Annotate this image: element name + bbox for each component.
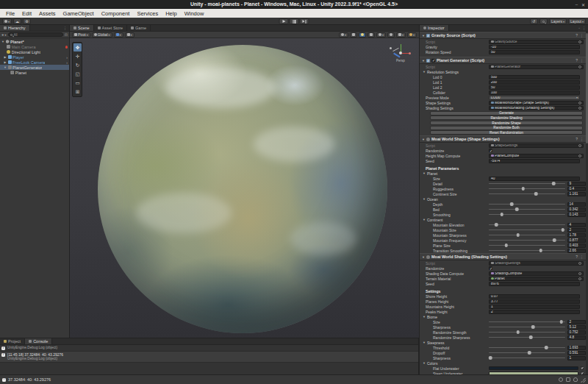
slider-value[interactable]: 0.342 (567, 207, 586, 212)
object-picker-icon[interactable] (578, 272, 581, 275)
planet-foldout[interactable]: ▼Planet (420, 171, 586, 176)
layout-dropdown[interactable]: Layout▾ (568, 18, 586, 24)
component-header-gravity-source[interactable]: ▼# Gravity Source (Script) ?⋮ (420, 32, 586, 39)
bed-slider[interactable] (489, 209, 565, 210)
play-button[interactable] (279, 18, 289, 24)
eyedropper-icon[interactable] (580, 366, 584, 370)
lod0-field[interactable]: 500 (489, 75, 580, 79)
size-field[interactable]: 40 (489, 177, 580, 181)
scene-viewport[interactable]: ✥ ✛ ↻ ◱ ▭ ⊞ Persp (70, 38, 419, 338)
slider-value[interactable]: 0.4 (567, 187, 586, 191)
object-picker-icon[interactable] (578, 277, 581, 280)
hierarchy-item-directional-light[interactable]: Directional Light (0, 49, 69, 54)
cache-server-icon[interactable] (566, 377, 570, 382)
seed-field[interactable]: 8976 (489, 282, 580, 286)
height-map-compute-field[interactable]: PlanetCompute (489, 154, 584, 158)
hierarchy-item-freelook-camera[interactable]: ▶FreeLook Camera› (0, 60, 69, 65)
randomize-sharpness-slider[interactable] (489, 337, 565, 338)
rotation-speed-field[interactable]: 50 (489, 50, 580, 54)
log-entry[interactable]: [11:45:18] 37.32484: 40: 43.29276 UnityE… (0, 352, 418, 363)
depth-slider[interactable] (489, 204, 565, 205)
help-icon[interactable]: ? (576, 137, 578, 141)
continent-size-slider[interactable] (489, 193, 565, 195)
peaks-height-field[interactable]: 2 (489, 310, 580, 314)
resize-grip[interactable] (581, 377, 586, 383)
steepness-sharpness-slider[interactable] (489, 358, 565, 359)
hierarchy-item-planetgenerator[interactable]: ▼PlanetGenerator (0, 65, 69, 70)
layers-dropdown[interactable]: Layers▾ (549, 18, 567, 24)
script-object-field[interactable]: ShapeSettings (489, 143, 584, 148)
undo-history-button[interactable]: ↺ (530, 18, 538, 24)
help-icon[interactable]: ? (576, 58, 578, 63)
foldout-icon[interactable]: ▼ (4, 65, 7, 69)
colors-foldout[interactable]: ▼Colors (420, 360, 586, 366)
lod2-field[interactable]: 50 (489, 85, 580, 90)
shading-settings-object-field[interactable]: MoaiWorldShading (Shading Settings) (489, 106, 584, 110)
panel-menu-icon[interactable]: ⋮ (63, 26, 67, 30)
draw-mode-dropdown[interactable]: ▾ (339, 32, 348, 38)
object-picker-icon[interactable] (578, 144, 581, 147)
help-icon[interactable]: ? (576, 255, 578, 259)
hierarchy-item-planet[interactable]: Planet (0, 70, 69, 75)
inspector-scroll[interactable]: ▼# Gravity Source (Script) ?⋮ Script Gra… (420, 32, 586, 374)
seed-field[interactable]: -5974 (489, 159, 580, 163)
hierarchy-item-main-camera[interactable]: Main Camera (0, 44, 69, 49)
shading-data-compute-field[interactable]: ShadingCompute (489, 271, 584, 276)
foldout-icon[interactable]: ▼ (1, 40, 4, 43)
component-header-planet-generator[interactable]: ▼# Planet Generator (Script) ?⋮ (420, 57, 586, 64)
context-menu-icon[interactable]: ⋮ (580, 58, 584, 63)
effects-dropdown[interactable]: ▾ (376, 32, 386, 38)
grid-visibility-dropdown[interactable]: ▾ (114, 32, 123, 38)
slider-value[interactable]: 5.12 (567, 325, 586, 330)
step-button[interactable] (300, 18, 309, 24)
slider-value[interactable]: 2 (567, 228, 586, 232)
object-picker-icon[interactable] (578, 154, 581, 157)
account-button[interactable]: ▾ (2, 18, 12, 24)
tab-asset-store[interactable]: Asset Store (94, 25, 127, 31)
slider-value[interactable]: 0.752 (567, 330, 586, 335)
minimize-button[interactable]: – (576, 2, 578, 7)
gravity-field[interactable]: -10 (489, 45, 580, 49)
randomize-both-button[interactable]: Randomize Both (430, 126, 583, 130)
foldout-icon[interactable]: ▼ (422, 138, 425, 141)
object-picker-icon[interactable] (578, 262, 581, 265)
snap-dropdown[interactable]: ▾ (125, 32, 135, 38)
script-object-field[interactable]: ShadingSettings (489, 261, 584, 266)
component-header-shading-settings[interactable]: ▼ Moai World Shading (Shading Settings) … (420, 253, 586, 260)
pivot-dropdown[interactable]: Pivot▾ (72, 32, 90, 38)
detail-slider[interactable] (489, 183, 565, 185)
hierarchy-item-scene[interactable]: ▼Planet* (0, 39, 69, 44)
bell-icon[interactable] (573, 377, 578, 382)
panel-menu-icon[interactable]: ⋮ (582, 26, 586, 30)
biome-size-slider[interactable] (489, 321, 565, 323)
foldout-icon[interactable]: ▼ (422, 59, 425, 63)
tab-scene[interactable]: Scene (70, 25, 94, 31)
menu-window[interactable]: Window (181, 10, 208, 17)
planes-height-field[interactable]: 3.77 (489, 299, 580, 304)
tab-inspector[interactable]: Inspector (420, 25, 449, 31)
smoothing-slider[interactable] (489, 214, 565, 216)
slider-value[interactable]: 2 (567, 320, 586, 324)
hierarchy-search-input[interactable]: All (8, 32, 63, 37)
dropoff-slider[interactable] (489, 352, 565, 354)
continent-foldout[interactable]: ▼Continent (420, 217, 586, 222)
create-button[interactable]: +▾ (1, 32, 7, 37)
reset-randomization-button[interactable]: Reset Randomization (430, 130, 583, 135)
mountain-sharpness-slider[interactable] (489, 235, 565, 236)
slider-value[interactable]: 0.143 (567, 213, 586, 217)
help-icon[interactable]: ? (576, 33, 578, 38)
ocean-foldout[interactable]: ▼Ocean (420, 196, 586, 202)
tab-game[interactable]: Game (127, 25, 151, 31)
slider-value[interactable]: 0.877 (567, 238, 586, 243)
terrain-material-field[interactable]: Planet (489, 277, 584, 281)
prefab-open-icon[interactable]: › (66, 55, 68, 60)
slider-value[interactable]: 9 (567, 182, 586, 186)
scene-picker-icon[interactable]: ⊡ (65, 32, 68, 37)
lock-icon[interactable]: ◦ (578, 26, 580, 30)
hierarchy-item-player[interactable]: ▶Player› (0, 54, 69, 60)
log-entry[interactable]: UnityEngine.Debug:Log (object) (0, 345, 418, 352)
lighting-toggle[interactable] (359, 32, 366, 38)
randomize-checkbox[interactable] (489, 149, 492, 152)
plane-size-slider[interactable] (489, 245, 565, 246)
hidden-objects-toggle[interactable] (387, 32, 395, 38)
